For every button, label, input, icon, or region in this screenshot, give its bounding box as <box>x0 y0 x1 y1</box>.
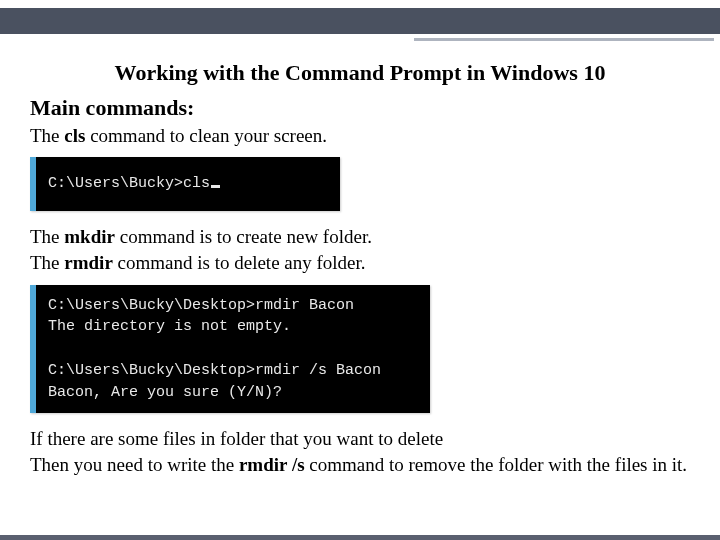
terminal-screenshot-cls: C:\Users\Bucky>cls <box>30 157 340 211</box>
command-name: mkdir <box>64 226 115 247</box>
cursor-icon <box>211 185 220 188</box>
terminal-line: Bacon, Are you sure (Y/N)? <box>48 384 282 401</box>
paragraph-note-2: Then you need to write the rmdir /s comm… <box>30 453 690 477</box>
section-heading: Main commands: <box>30 94 690 122</box>
paragraph-note-1: If there are some files in folder that y… <box>30 427 690 451</box>
terminal-screenshot-rmdir: C:\Users\Bucky\Desktop>rmdir Bacon The d… <box>30 285 430 414</box>
header-accent <box>414 38 714 41</box>
footer-decoration <box>0 535 720 540</box>
text: command is to create new folder. <box>115 226 372 247</box>
terminal-line: The directory is not empty. <box>48 318 291 335</box>
terminal-line: C:\Users\Bucky\Desktop>rmdir Bacon <box>48 297 354 314</box>
text: Then you need to write the <box>30 454 239 475</box>
command-name: rmdir /s <box>239 454 305 475</box>
header-decoration <box>0 0 720 50</box>
command-name: cls <box>64 125 85 146</box>
header-bar <box>0 8 720 34</box>
page-title: Working with the Command Prompt in Windo… <box>0 60 720 86</box>
command-name: rmdir <box>64 252 113 273</box>
terminal-line: C:\Users\Bucky\Desktop>rmdir /s Bacon <box>48 362 381 379</box>
paragraph-rmdir: The rmdir command is to delete any folde… <box>30 251 690 275</box>
terminal-command: cls <box>183 175 210 192</box>
content-area: Main commands: The cls command to clean … <box>0 94 720 477</box>
text: command to clean your screen. <box>85 125 327 146</box>
text: The <box>30 125 64 146</box>
text: command to remove the folder with the fi… <box>305 454 688 475</box>
paragraph-cls: The cls command to clean your screen. <box>30 124 690 148</box>
text: command is to delete any folder. <box>113 252 366 273</box>
paragraph-mkdir: The mkdir command is to create new folde… <box>30 225 690 249</box>
text: The <box>30 226 64 247</box>
text: The <box>30 252 64 273</box>
terminal-prompt: C:\Users\Bucky> <box>48 175 183 192</box>
